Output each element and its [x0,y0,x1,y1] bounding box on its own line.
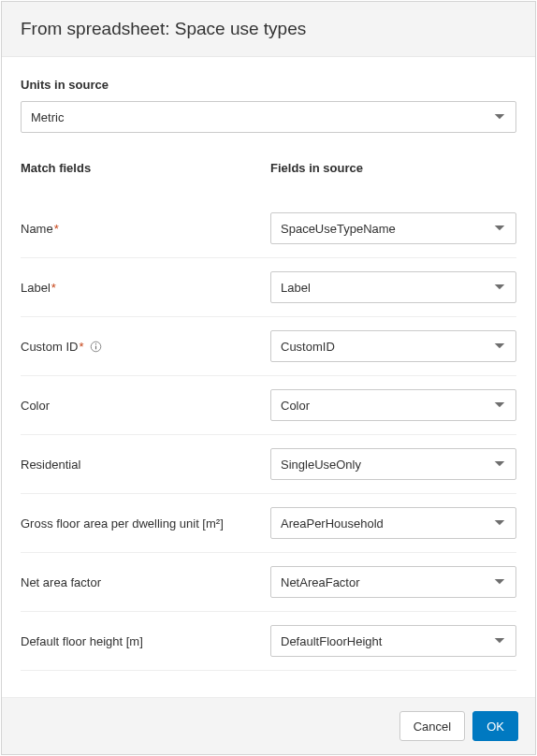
field-label: Color [21,399,270,413]
field-select-wrap: Label [270,271,516,303]
ok-button[interactable]: OK [472,711,518,741]
field-row: Label*Label [21,258,516,317]
field-select[interactable]: CustomID [270,330,516,362]
field-label: Custom ID* [21,340,270,354]
field-select-wrap: CustomID [270,330,516,362]
fields-in-source-header: Fields in source [270,161,516,175]
field-select[interactable]: Label [270,271,516,303]
units-select[interactable]: Metric [21,101,516,133]
match-fields-header: Match fields [21,161,270,175]
field-label-text: Gross floor area per dwelling unit [m²] [21,516,224,531]
field-label-text: Label [21,281,51,295]
field-select-value: SingleUseOnly [281,458,361,472]
field-select[interactable]: AreaPerHousehold [270,507,516,539]
field-select[interactable]: SpaceUseTypeName [270,212,516,244]
dialog-header: From spreadsheet: Space use types [2,2,535,57]
field-select-value: NetAreaFactor [281,575,360,589]
field-select-wrap: Color [270,389,516,421]
field-row: Gross floor area per dwelling unit [m²]A… [21,494,516,553]
field-row: Default floor height [m]DefaultFloorHeig… [21,612,516,671]
required-indicator: * [51,281,56,295]
field-select-value: CustomID [281,340,335,354]
dialog-footer: Cancel OK [2,697,535,754]
field-label: Gross floor area per dwelling unit [m²] [21,516,270,531]
field-select-value: Label [281,281,311,295]
field-select[interactable]: DefaultFloorHeight [270,625,516,657]
field-row: Name*SpaceUseTypeName [21,199,516,258]
chevron-down-icon [493,399,506,412]
field-select[interactable]: SingleUseOnly [270,448,516,480]
field-select-wrap: DefaultFloorHeight [270,625,516,657]
field-select[interactable]: Color [270,389,516,421]
field-select[interactable]: NetAreaFactor [270,566,516,598]
field-select-value: Color [281,399,310,413]
field-label-text: Residential [21,458,80,472]
chevron-down-icon [493,516,506,530]
units-label: Units in source [21,78,516,92]
field-label-text: Default floor height [m] [21,634,143,648]
chevron-down-icon [493,458,506,471]
field-label: Name* [21,222,270,236]
chevron-down-icon [493,340,506,353]
chevron-down-icon [493,634,506,647]
chevron-down-icon [493,575,506,589]
units-section: Units in source Metric [21,78,516,133]
field-select-wrap: NetAreaFactor [270,566,516,598]
dialog-title: From spreadsheet: Space use types [21,19,516,39]
field-select-value: DefaultFloorHeight [281,634,382,648]
field-label: Residential [21,458,270,472]
fields-grid: Match fields Fields in source Name*Space… [21,161,516,671]
field-label: Label* [21,281,270,295]
field-row: Custom ID*CustomID [21,317,516,376]
dialog-content: Units in source Metric Match fields Fiel… [2,57,535,697]
dialog: From spreadsheet: Space use types Units … [1,1,536,755]
field-label-text: Net area factor [21,575,101,589]
field-row: ResidentialSingleUseOnly [21,435,516,494]
field-label-text: Name [21,222,53,236]
units-select-value: Metric [31,110,64,124]
info-icon[interactable] [89,340,102,353]
field-label: Default floor height [m] [21,634,270,648]
chevron-down-icon [493,222,506,235]
field-select-value: SpaceUseTypeName [281,222,396,236]
field-row: Net area factorNetAreaFactor [21,553,516,612]
required-indicator: * [79,340,83,354]
cancel-button[interactable]: Cancel [399,711,465,741]
field-select-wrap: AreaPerHousehold [270,507,516,539]
field-select-wrap: SpaceUseTypeName [270,212,516,244]
field-select-value: AreaPerHousehold [281,516,384,531]
field-select-wrap: SingleUseOnly [270,448,516,480]
field-row: ColorColor [21,376,516,435]
field-label-text: Color [21,399,50,413]
svg-point-2 [95,343,96,344]
chevron-down-icon [493,281,506,294]
grid-header: Match fields Fields in source [21,161,516,184]
required-indicator: * [54,222,59,236]
field-label-text: Custom ID [21,340,78,354]
field-label: Net area factor [21,575,270,589]
chevron-down-icon [493,110,506,124]
